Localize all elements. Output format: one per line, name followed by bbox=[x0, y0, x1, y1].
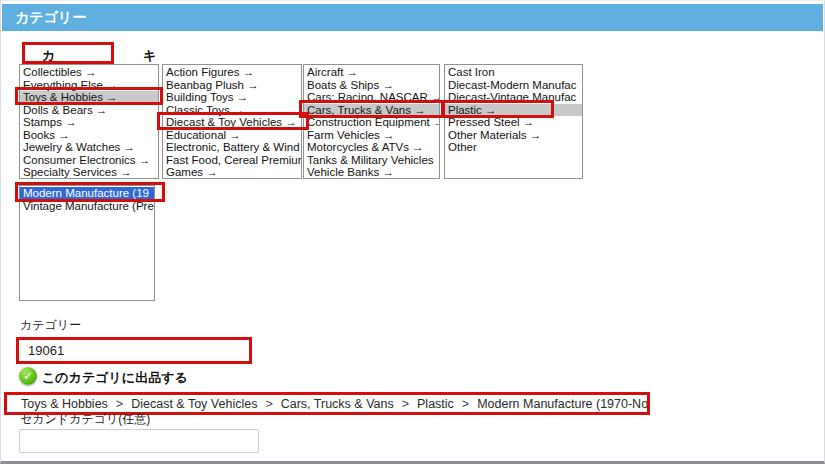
list-item[interactable]: Collectibles → bbox=[20, 66, 158, 79]
list-item[interactable]: Books → bbox=[20, 129, 158, 142]
list-item[interactable]: Cars, Trucks & Vans → bbox=[304, 104, 439, 117]
list-item[interactable]: Building Toys → bbox=[163, 91, 301, 104]
list-item[interactable]: Everything Else → bbox=[20, 79, 158, 92]
list-item[interactable]: Action Figures → bbox=[163, 66, 301, 79]
category-id-label: カテゴリー bbox=[20, 317, 81, 334]
list-item[interactable]: Diecast-Modern Manufac bbox=[445, 79, 582, 92]
list-item[interactable]: Beanbag Plush → bbox=[163, 79, 301, 92]
list-item[interactable]: Toys & Hobbies → bbox=[20, 91, 158, 104]
list-item[interactable]: Marbles → bbox=[163, 179, 301, 180]
list-item[interactable]: Fast Food, Cereal Premium bbox=[163, 154, 301, 167]
list-item[interactable]: Plastic → bbox=[445, 104, 582, 117]
list-item[interactable]: Aircraft → bbox=[304, 66, 439, 79]
list-item[interactable]: Boats & Ships → bbox=[304, 79, 439, 92]
breadcrumb-part: Plastic bbox=[417, 397, 454, 411]
list-item[interactable]: Pressed Steel → bbox=[445, 116, 582, 129]
list-item[interactable]: Vintage Manufacture (Pre bbox=[20, 200, 154, 213]
list-item[interactable]: Jewelry & Watches → bbox=[20, 141, 158, 154]
list-item[interactable]: Other bbox=[445, 141, 582, 154]
list-item[interactable]: Other Vehicles (Pre-1970 bbox=[304, 179, 439, 180]
breadcrumb-separator: > bbox=[265, 397, 272, 411]
list-item[interactable]: Farm Vehicles → bbox=[304, 129, 439, 142]
list-item[interactable]: Cars: Racing, NASCAR → bbox=[304, 91, 439, 104]
category-id-input[interactable] bbox=[21, 341, 252, 360]
list-item[interactable]: Cast Iron bbox=[445, 66, 582, 79]
list-item[interactable]: Educational → bbox=[163, 129, 301, 142]
list-item[interactable]: Vehicle Banks → bbox=[304, 166, 439, 179]
panel-header: カテゴリー bbox=[2, 4, 823, 31]
list-item[interactable]: Art → bbox=[20, 179, 158, 180]
confirm-check-icon[interactable]: ✓ bbox=[19, 367, 37, 385]
second-category-input[interactable] bbox=[19, 429, 259, 453]
category-list-level1[interactable]: Collectibles →Everything Else →Toys & Ho… bbox=[19, 64, 159, 179]
breadcrumb-part: Modern Manufacture (1970-Now) bbox=[477, 397, 650, 411]
list-item[interactable]: Construction Equipment → bbox=[304, 116, 439, 129]
category-list-level3[interactable]: Aircraft →Boats & Ships →Cars: Racing, N… bbox=[303, 64, 440, 179]
list-item[interactable]: Games → bbox=[163, 166, 301, 179]
list-item[interactable]: Modern Manufacture (19 bbox=[20, 187, 154, 200]
list-item[interactable]: Consumer Electronics → bbox=[20, 154, 158, 167]
list-item[interactable]: Classic Toys → bbox=[163, 104, 301, 117]
breadcrumb-separator: > bbox=[462, 397, 469, 411]
list-item[interactable]: Diecast-Vintage Manufac bbox=[445, 91, 582, 104]
list-item[interactable]: Stamps → bbox=[20, 116, 158, 129]
breadcrumb-part: Diecast & Toy Vehicles bbox=[131, 397, 257, 411]
list-item[interactable]: Diecast & Toy Vehicles → bbox=[163, 116, 301, 129]
list-item[interactable]: Other Materials → bbox=[445, 129, 582, 142]
category-list-level2[interactable]: Action Figures →Beanbag Plush →Building … bbox=[162, 64, 302, 179]
list-item[interactable]: Specialty Services → bbox=[20, 166, 158, 179]
list-item[interactable]: Dolls & Bears → bbox=[20, 104, 158, 117]
list-item[interactable]: Tanks & Military Vehicles bbox=[304, 154, 439, 167]
category-list-level4[interactable]: Cast IronDiecast-Modern ManufacDiecast-V… bbox=[444, 64, 583, 179]
second-category-label: セカンドカテゴリ(任意) bbox=[20, 411, 150, 428]
panel-title: カテゴリー bbox=[15, 9, 86, 25]
category-panel: カテゴリー カテゴリー キーワード検索 Collectibles →Everyt… bbox=[0, 0, 825, 464]
list-item[interactable]: Motorcycles & ATVs → bbox=[304, 141, 439, 154]
breadcrumb-separator: > bbox=[402, 397, 409, 411]
list-in-category-button[interactable]: このカテゴリに出品する bbox=[42, 369, 188, 387]
breadcrumb-part: Cars, Trucks & Vans bbox=[281, 397, 394, 411]
list-item[interactable]: Electronic, Battery & Wind bbox=[163, 141, 301, 154]
breadcrumb-part: Toys & Hobbies bbox=[21, 397, 108, 411]
category-list-level5[interactable]: Modern Manufacture (19Vintage Manufactur… bbox=[19, 185, 155, 301]
breadcrumb-separator: > bbox=[116, 397, 123, 411]
